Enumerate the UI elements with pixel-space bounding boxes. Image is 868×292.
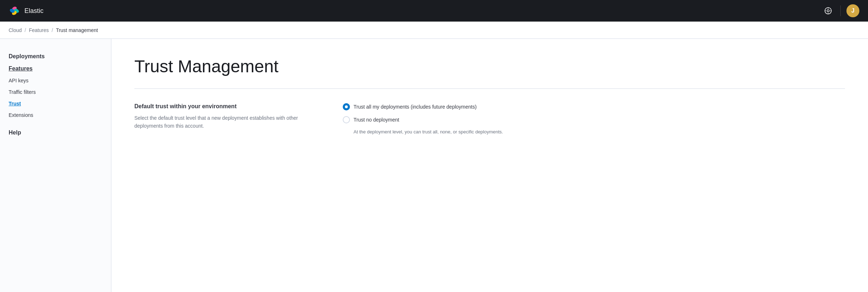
- content-divider: [134, 88, 845, 89]
- sidebar-help-title: Help: [0, 121, 111, 139]
- nav-right: J: [822, 4, 859, 17]
- elastic-wordmark: Elastic: [24, 7, 43, 15]
- trust-section-heading: Default trust within your environment: [134, 103, 314, 110]
- elastic-logo-icon: [9, 5, 20, 17]
- sidebar-item-deployments[interactable]: Deployments: [0, 50, 111, 63]
- help-icon-button[interactable]: [822, 4, 835, 17]
- help-circle-icon: [824, 7, 832, 15]
- breadcrumb-features-link[interactable]: Features: [29, 27, 49, 33]
- user-avatar[interactable]: J: [846, 4, 859, 17]
- main-content: Trust Management Default trust within yo…: [111, 39, 868, 292]
- trust-option-none-label: Trust no deployment: [354, 117, 399, 123]
- sidebar-item-features[interactable]: Features: [0, 63, 111, 75]
- page-title: Trust Management: [134, 56, 845, 77]
- trust-hint: At the deployment level, you can trust a…: [343, 129, 845, 134]
- trust-option-all[interactable]: Trust all my deployments (includes futur…: [343, 103, 845, 110]
- breadcrumb: Cloud / Features / Trust management: [9, 27, 98, 33]
- sidebar-item-trust[interactable]: Trust: [0, 98, 111, 109]
- breadcrumb-cloud-link[interactable]: Cloud: [9, 27, 22, 33]
- trust-option-all-label: Trust all my deployments (includes futur…: [354, 104, 477, 110]
- svg-point-6: [827, 10, 829, 12]
- sidebar-item-extensions[interactable]: Extensions: [0, 109, 111, 121]
- trust-options: Trust all my deployments (includes futur…: [343, 103, 845, 134]
- trust-option-none[interactable]: Trust no deployment: [343, 116, 845, 123]
- trust-section: Default trust within your environment Se…: [134, 103, 845, 134]
- breadcrumb-current: Trust management: [56, 27, 98, 33]
- radio-button-none[interactable]: [343, 116, 350, 123]
- sidebar-item-traffic-filters[interactable]: Traffic filters: [0, 86, 111, 98]
- breadcrumb-bar: Cloud / Features / Trust management: [0, 22, 868, 39]
- radio-button-all[interactable]: [343, 103, 350, 110]
- trust-description: Default trust within your environment Se…: [134, 103, 314, 130]
- sidebar-item-api-keys[interactable]: API keys: [0, 75, 111, 86]
- trust-section-description: Select the default trust level that a ne…: [134, 114, 314, 130]
- breadcrumb-separator-1: /: [25, 27, 26, 33]
- main-layout: Deployments Features API keys Traffic fi…: [0, 39, 868, 292]
- sidebar: Deployments Features API keys Traffic fi…: [0, 39, 111, 292]
- top-navigation: Elastic J: [0, 0, 868, 22]
- nav-divider: [840, 5, 841, 16]
- breadcrumb-separator-2: /: [52, 27, 53, 33]
- nav-left: Elastic: [9, 5, 43, 17]
